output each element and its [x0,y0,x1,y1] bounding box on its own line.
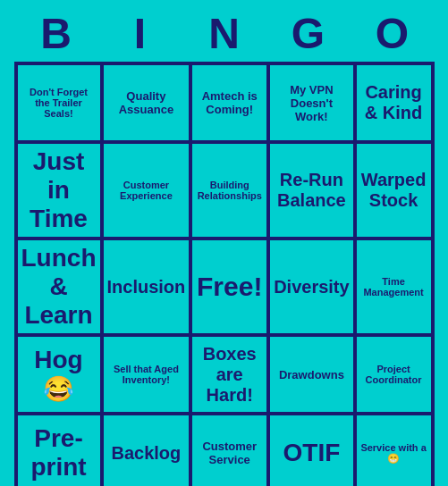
cell-16: Sell that Aged Inventory! [102,335,191,414]
letter-n: N [185,9,264,58]
cell-20: Pre-print [16,414,102,486]
cell-24: Service with a 😁 [355,414,433,486]
bingo-grid: Don't Forget the Trailer Seals!Quality A… [14,62,435,486]
cell-8: Re-Run Balance [268,142,355,239]
bingo-card: B I N G O Don't Forget the Trailer Seals… [5,0,444,486]
cell-19: Project Coordinator [355,335,433,414]
letter-b: B [17,9,96,58]
cell-7: Building Relationships [190,142,268,239]
letter-i: I [101,9,180,58]
letter-g: G [269,9,348,58]
bingo-header: B I N G O [14,9,435,58]
letter-o: O [353,9,432,58]
cell-14: Time Management [355,239,433,335]
cell-13: Diversity [268,239,355,335]
cell-2: Amtech is Coming! [190,63,268,142]
cell-3: My VPN Doesn't Work! [268,63,355,142]
cell-1: Quality Assuance [102,63,191,142]
cell-21: Backlog [102,414,191,486]
cell-11: Inclusion [102,239,191,335]
cell-6: Customer Experience [102,142,191,239]
cell-15: Hog 😂 [16,335,102,414]
cell-5: Just in Time [16,142,102,239]
cell-22: Customer Service [190,414,268,486]
cell-18: Drawdowns [268,335,355,414]
cell-4: Caring & Kind [355,63,433,142]
cell-9: Warped Stock [355,142,433,239]
cell-23: OTIF [268,414,355,486]
cell-12: Free! [190,239,268,335]
cell-10: Lunch & Learn [16,239,102,335]
cell-17: Boxes are Hard! [190,335,268,414]
cell-0: Don't Forget the Trailer Seals! [16,63,102,142]
